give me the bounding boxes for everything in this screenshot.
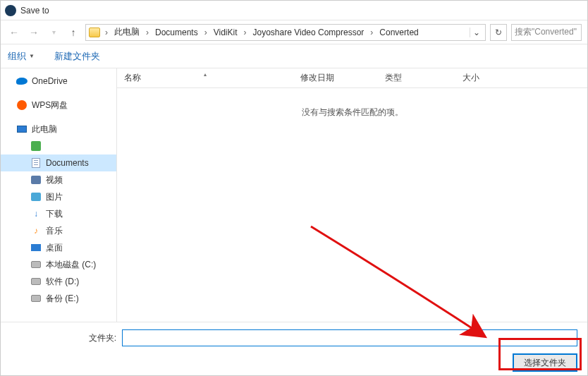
chevron-down-icon: ▼ [29,53,35,59]
sidebar-label: 软件 (D:) [46,276,79,288]
app-icon [5,5,16,16]
sidebar-item-documents[interactable]: Documents [1,154,116,171]
breadcrumb-item[interactable]: Converted [376,26,421,39]
sidebar-label: Documents [46,158,89,168]
breadcrumb-item[interactable]: Joyoshare Video Compressor [250,26,367,39]
music-icon: ♪ [30,225,42,236]
sidebar-label: WPS网盘 [32,99,68,111]
chevron-right-icon: › [103,28,110,37]
onedrive-icon [16,78,27,85]
sidebar-label: OneDrive [32,76,68,86]
folder-input[interactable] [122,329,577,346]
sidebar-label: 桌面 [46,242,63,254]
file-list: 名称 ▴ 修改日期 类型 大小 没有与搜索条件匹配的项。 [117,68,587,322]
sidebar-label: 视频 [46,174,63,186]
forward-button[interactable]: → [26,25,42,40]
breadcrumb-item[interactable]: 此电脑 [111,25,142,40]
column-headers: 名称 ▴ 修改日期 类型 大小 [117,68,587,88]
titlebar: Save to [1,1,587,20]
chevron-right-icon: › [242,28,249,37]
sidebar-label: 下载 [46,208,63,220]
sidebar-item-disk-e[interactable]: 备份 (E:) [1,290,116,307]
bottom-panel: 文件夹: 选择文件夹 [1,322,587,375]
pc-icon [17,126,27,133]
sidebar-label: 本地磁盘 (C:) [46,259,96,271]
navbar: ← → ▾ ↑ › 此电脑 › Documents › VidiKit › Jo… [1,20,587,44]
sidebar-item-disk-c[interactable]: 本地磁盘 (C:) [1,256,116,273]
column-name[interactable]: 名称 ▴ [117,72,293,84]
organize-menu[interactable]: 组织 ▼ [8,50,35,63]
chevron-right-icon: › [144,28,151,37]
disk-icon [31,295,41,302]
toolbar: 组织 ▼ 新建文件夹 [1,44,587,68]
document-icon [32,158,40,168]
disk-icon [31,278,41,285]
sidebar-item-green[interactable] [1,138,116,154]
column-size[interactable]: 大小 [455,72,512,84]
download-icon: ↓ [30,208,42,219]
picture-icon [31,193,41,201]
sidebar-item-pictures[interactable]: 图片 [1,188,116,205]
organize-label: 组织 [8,50,26,63]
chevron-right-icon: › [368,28,375,37]
breadcrumb[interactable]: › 此电脑 › Documents › VidiKit › Joyoshare … [85,24,486,41]
refresh-button[interactable]: ↻ [490,24,507,41]
sidebar-label: 备份 (E:) [46,293,79,305]
app-square-icon [31,141,41,151]
video-icon [31,176,41,184]
window-title: Save to [20,6,49,16]
chevron-right-icon: › [202,28,209,37]
new-folder-label: 新建文件夹 [54,50,100,63]
sidebar-item-videos[interactable]: 视频 [1,171,116,188]
up-button[interactable]: ↑ [66,25,81,40]
sidebar-item-downloads[interactable]: ↓ 下载 [1,205,116,222]
breadcrumb-dropdown[interactable]: ⌄ [470,28,482,37]
folder-label: 文件夹: [11,332,116,344]
wps-icon [17,100,27,110]
search-input[interactable]: 搜索"Converted" [511,24,582,41]
breadcrumb-item[interactable]: Documents [152,26,201,39]
new-folder-button[interactable]: 新建文件夹 [54,50,100,63]
sidebar-item-desktop[interactable]: 桌面 [1,239,116,256]
column-type[interactable]: 类型 [378,72,455,84]
select-folder-label: 选择文件夹 [524,357,566,369]
sidebar-item-wps[interactable]: WPS网盘 [1,97,116,114]
sidebar-item-music[interactable]: ♪ 音乐 [1,222,116,239]
empty-message: 没有与搜索条件匹配的项。 [117,88,587,119]
sidebar-item-onedrive[interactable]: OneDrive [1,73,116,90]
column-date[interactable]: 修改日期 [293,72,378,84]
back-button[interactable]: ← [6,25,22,40]
sidebar-label: 图片 [46,191,63,203]
select-folder-button[interactable]: 选择文件夹 [513,353,577,372]
breadcrumb-item[interactable]: VidiKit [211,26,240,39]
folder-icon [89,28,100,37]
disk-icon [31,261,41,268]
search-placeholder: 搜索"Converted" [515,26,577,38]
main: OneDrive WPS网盘 此电脑 Documents 视频 图片 [1,68,587,322]
sidebar-label: 音乐 [46,225,63,237]
sidebar-label: 此电脑 [32,123,57,135]
desktop-icon [31,244,41,251]
sidebar-item-thispc[interactable]: 此电脑 [1,121,116,138]
sidebar: OneDrive WPS网盘 此电脑 Documents 视频 图片 [1,68,117,322]
sort-asc-icon: ▴ [204,71,207,78]
sidebar-item-disk-d[interactable]: 软件 (D:) [1,273,116,290]
